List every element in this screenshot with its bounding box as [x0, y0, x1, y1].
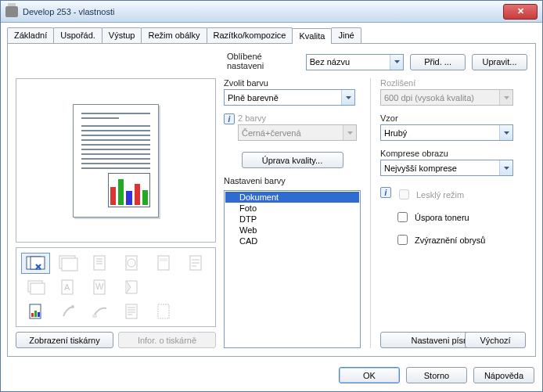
thumb-2[interactable] — [53, 253, 82, 274]
compression-label: Komprese obrazu — [380, 149, 527, 158]
close-button[interactable]: ✕ — [503, 4, 538, 20]
tab-panel: Oblíbené nastaveni Bez názvu Přid. ... U… — [7, 43, 536, 357]
favorites-edit-button[interactable]: Upravit... — [472, 54, 527, 70]
chevron-down-icon — [343, 125, 356, 140]
list-item[interactable]: Dokument — [225, 192, 359, 203]
svg-rect-17 — [34, 311, 37, 317]
ok-button[interactable]: OK — [339, 367, 400, 383]
edge-enhance-checkbox[interactable]: Zvýraznění obrysů — [394, 232, 527, 247]
glossy-checkbox: Lesklý režim — [396, 187, 527, 202]
favorites-row: Oblíbené nastaveni Bez názvu Přid. ... U… — [227, 52, 527, 72]
compression-combo[interactable]: Nejvyšší komprese — [380, 160, 513, 176]
middle-column: Zvolit barvu Plně barevně i2 barvy Černá… — [224, 78, 361, 348]
defaults-button[interactable]: Výchozí — [465, 332, 526, 348]
tab-quality[interactable]: Kvalita — [292, 28, 332, 44]
properties-window: Develop 253 - vlastnosti ✕ Základní Uspo… — [0, 0, 543, 392]
color-value: Plně barevně — [228, 93, 279, 102]
svg-rect-18 — [38, 312, 40, 317]
thumb-7[interactable] — [21, 277, 50, 298]
list-item[interactable]: CAD — [225, 236, 359, 246]
page-preview — [16, 78, 216, 243]
thumb-15[interactable] — [85, 300, 114, 322]
favorites-add-button[interactable]: Přid. ... — [410, 54, 466, 70]
cancel-button[interactable]: Storno — [406, 367, 467, 383]
svg-rect-22 — [158, 304, 169, 318]
thumb-11 — [149, 277, 178, 298]
svg-text:A: A — [64, 282, 70, 292]
svg-rect-20 — [92, 315, 97, 318]
pattern-label: Vzor — [380, 113, 527, 123]
favorites-label: Oblíbené nastaveni — [227, 52, 300, 70]
svg-rect-3 — [62, 258, 77, 271]
chevron-down-icon — [499, 160, 512, 175]
close-icon: ✕ — [517, 6, 524, 16]
left-button-row: Zobrazení tiskárny Infor. o tiskárně — [16, 332, 216, 348]
tab-stamp[interactable]: Razítko/kompozice — [207, 27, 293, 43]
thumb-14[interactable] — [53, 300, 82, 322]
svg-rect-21 — [126, 304, 137, 318]
show-printer-button[interactable]: Zobrazení tiskárny — [16, 332, 113, 348]
chevron-down-icon — [341, 90, 354, 105]
titlebar: Develop 253 - vlastnosti ✕ — [1, 1, 542, 23]
thumb-12 — [182, 277, 210, 298]
printer-info-button: Infor. o tiskárně — [118, 332, 216, 348]
two-colors-combo: Černá+červená — [238, 124, 357, 141]
favorites-value: Bez názvu — [310, 57, 350, 67]
resolution-combo: 600 dpi (vysoká kvalita) — [380, 89, 513, 106]
thumb-8[interactable]: A — [53, 277, 82, 298]
color-settings-label: Nastaveni barvy — [224, 176, 361, 185]
quality-adjust-button[interactable]: Úprava kvality... — [242, 152, 343, 168]
tab-basic[interactable]: Základní — [7, 27, 54, 43]
left-column: A W Zobrazení tiskárny In — [16, 78, 216, 348]
client-area: Základní Uspořád. Výstup Režim obálky Ra… — [7, 27, 536, 385]
info-icon[interactable]: i — [224, 113, 235, 124]
list-item[interactable]: Foto — [225, 203, 359, 214]
help-button[interactable]: Nápověda — [473, 367, 534, 383]
svg-rect-16 — [31, 313, 34, 317]
thumb-13[interactable] — [21, 300, 50, 322]
chevron-down-icon — [499, 90, 512, 105]
thumb-6[interactable] — [182, 253, 210, 274]
svg-text:W: W — [95, 282, 104, 291]
thumb-18 — [182, 300, 210, 322]
thumb-4[interactable] — [117, 253, 146, 274]
tab-output[interactable]: Výstup — [102, 27, 142, 43]
thumb-9[interactable]: W — [85, 277, 114, 298]
two-colors-label: 2 barvy — [238, 113, 266, 123]
tab-other[interactable]: Jiné — [331, 27, 361, 43]
thumb-17[interactable] — [149, 300, 178, 322]
window-title: Develop 253 - vlastnosti — [23, 7, 114, 16]
tabstrip: Základní Uspořád. Výstup Režim obálky Ra… — [7, 27, 536, 43]
separator — [370, 78, 371, 348]
thumb-3[interactable] — [85, 253, 114, 274]
pattern-value: Hrubý — [384, 128, 407, 138]
thumb-10[interactable] — [117, 277, 146, 298]
color-combo[interactable]: Plně barevně — [224, 89, 355, 106]
color-settings-listbox[interactable]: Dokument Foto DTP Web CAD — [224, 190, 361, 348]
list-item[interactable]: Web — [225, 225, 359, 236]
printer-icon — [5, 6, 18, 17]
thumb-16[interactable] — [117, 300, 146, 322]
info-icon[interactable]: i — [380, 187, 391, 198]
toner-save-checkbox[interactable]: Úspora toneru — [394, 210, 527, 225]
two-colors-value: Černá+červená — [242, 128, 301, 138]
chart-icon — [108, 173, 150, 207]
pattern-combo[interactable]: Hrubý — [380, 124, 513, 141]
columns: A W Zobrazení tiskárny In — [16, 78, 527, 348]
right-column: Rozlišení 600 dpi (vysoká kvalita) Vzor … — [380, 78, 527, 348]
resolution-value: 600 dpi (vysoká kvalita) — [384, 93, 474, 102]
svg-rect-4 — [94, 256, 105, 270]
resolution-label: Rozlišení — [380, 78, 527, 88]
preview-page-icon — [73, 104, 159, 218]
tab-layout[interactable]: Uspořád. — [53, 27, 102, 43]
svg-rect-10 — [31, 283, 45, 294]
dialog-buttons: OK Storno Nápověda — [339, 367, 534, 383]
tab-envelope[interactable]: Režim obálky — [141, 27, 207, 43]
thumb-5[interactable] — [149, 253, 178, 274]
thumb-1[interactable] — [21, 253, 50, 274]
favorites-combo[interactable]: Bez názvu — [306, 54, 404, 70]
compression-value: Nejvyšší komprese — [384, 164, 457, 173]
feature-thumbnails: A W — [16, 247, 216, 327]
list-item[interactable]: DTP — [225, 214, 359, 225]
svg-rect-7 — [158, 256, 169, 270]
